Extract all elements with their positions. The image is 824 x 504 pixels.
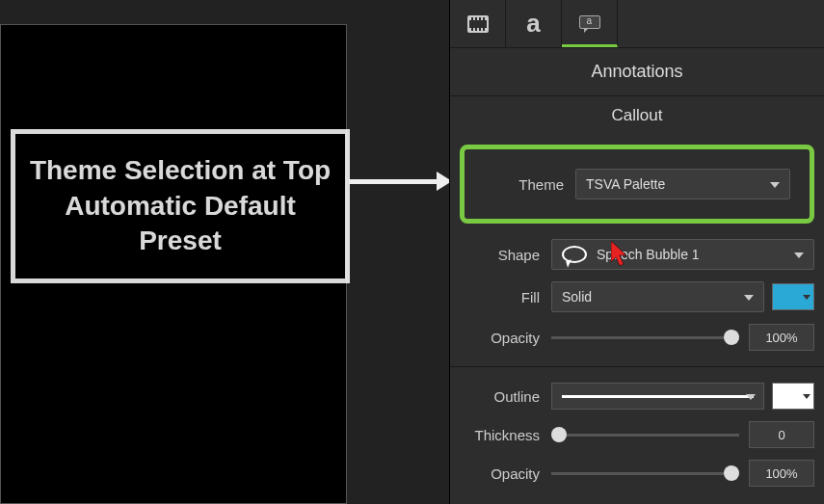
shape-dropdown[interactable]: Speech Bubble 1 <box>551 239 814 270</box>
chevron-down-icon <box>744 295 754 301</box>
chevron-down-icon <box>803 295 811 300</box>
fill-color-swatch[interactable] <box>772 283 814 310</box>
fill-opacity-slider[interactable] <box>551 328 739 347</box>
properties-panel: a a Annotations Callout Theme TSVA Palet… <box>449 0 824 504</box>
fill-opacity-value[interactable]: 100% <box>749 324 814 351</box>
outline-opacity-value[interactable]: 100% <box>749 460 814 487</box>
outline-label: Outline <box>460 388 551 405</box>
tab-media[interactable] <box>450 0 506 47</box>
callout-text: Theme Selection at Top Automatic Default… <box>25 153 335 258</box>
tab-text[interactable]: a <box>506 0 562 47</box>
canvas[interactable]: Theme Selection at Top Automatic Default… <box>0 24 347 504</box>
thickness-value[interactable]: 0 <box>749 421 814 448</box>
theme-label: Theme <box>484 176 575 193</box>
panel-subtitle: Callout <box>450 95 824 135</box>
outline-color-swatch[interactable] <box>772 383 814 410</box>
fill-opacity-label: Opacity <box>460 330 551 346</box>
fill-value: Solid <box>562 289 592 305</box>
fill-label: Fill <box>460 289 551 305</box>
chevron-down-icon <box>746 394 756 400</box>
shape-value: Speech Bubble 1 <box>597 247 700 262</box>
theme-dropdown[interactable]: TSVA Palette <box>575 169 790 199</box>
film-icon <box>467 15 489 33</box>
divider <box>450 366 824 367</box>
theme-value: TSVA Palette <box>586 176 665 192</box>
tab-annotations[interactable]: a <box>562 0 618 47</box>
speech-bubble-shape-icon <box>562 246 587 263</box>
shape-label: Shape <box>460 247 551 263</box>
chevron-down-icon <box>803 394 811 399</box>
theme-highlight: Theme TSVA Palette <box>460 145 814 224</box>
outline-preview-line <box>562 395 754 398</box>
chevron-down-icon <box>794 252 804 258</box>
callout-annotation[interactable]: Theme Selection at Top Automatic Default… <box>11 129 350 283</box>
panel-title: Annotations <box>450 48 824 95</box>
fill-dropdown[interactable]: Solid <box>551 281 764 312</box>
panel-tabs: a a <box>450 0 824 48</box>
canvas-area: Theme Selection at Top Automatic Default… <box>0 0 449 504</box>
speech-bubble-icon: a <box>579 15 600 29</box>
outline-style-dropdown[interactable] <box>551 383 764 410</box>
outline-opacity-slider[interactable] <box>551 464 739 483</box>
pointer-arrow <box>349 176 450 186</box>
thickness-label: Thickness <box>460 427 551 443</box>
thickness-slider[interactable] <box>551 425 739 444</box>
chevron-down-icon <box>770 182 780 188</box>
outline-opacity-label: Opacity <box>460 465 551 482</box>
